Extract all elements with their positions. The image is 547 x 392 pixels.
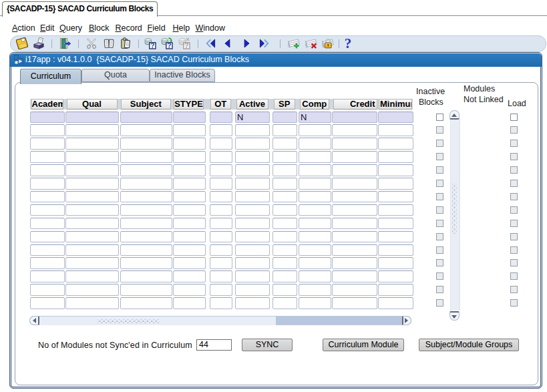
svg-text:✱: ✱ [15,60,19,64]
svg-text:?: ? [345,37,352,49]
svg-text:?: ? [184,42,188,49]
svg-text:?: ? [150,42,154,49]
svg-text:?: ? [167,42,171,49]
